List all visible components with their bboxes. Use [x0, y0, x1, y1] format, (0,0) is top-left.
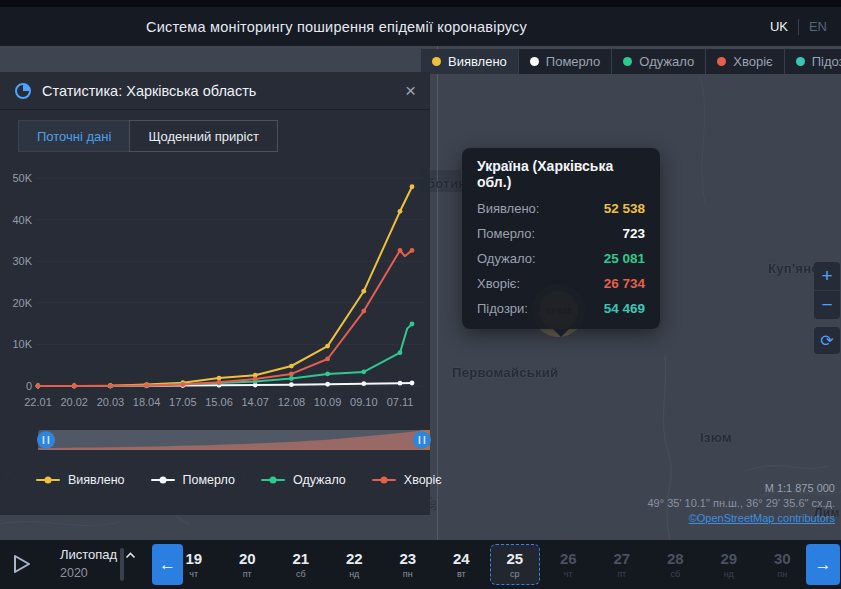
- day-weekday: вт: [457, 569, 466, 579]
- category-chip-label: Одужало: [639, 54, 694, 69]
- chart-legend-item-Померло[interactable]: Померло: [151, 473, 235, 487]
- chart-legend-item-Одужало[interactable]: Одужало: [261, 473, 346, 487]
- timeline-day-20[interactable]: 20пт: [221, 540, 275, 589]
- day-cell: 29нд: [720, 546, 737, 584]
- chart-legend-item-Виявлено[interactable]: Виявлено: [36, 473, 125, 487]
- day-weekday: сб: [670, 569, 680, 579]
- map-coordinates: 49° 35' 10.1" пн.ш., 36° 29' 35.6" сх.д.: [647, 496, 835, 511]
- day-number: 24: [453, 550, 470, 567]
- timeline-day-24[interactable]: 24вт: [435, 540, 489, 589]
- day-cell: 19чт: [185, 546, 202, 584]
- timeline-bar: Листопад 2020 ← 19чт20пт21сб22нд23пн24вт…: [0, 540, 841, 589]
- series-dot-icon: [45, 477, 52, 484]
- zoom-out-button[interactable]: −: [814, 291, 840, 319]
- svg-text:20K: 20K: [12, 297, 32, 309]
- day-cell: 27пт: [613, 546, 630, 584]
- tooltip-row-label: Підозри:: [477, 301, 528, 316]
- day-number: 27: [613, 550, 630, 567]
- close-icon[interactable]: ×: [405, 81, 416, 100]
- language-switch: UK EN: [770, 19, 827, 35]
- map-refresh-button[interactable]: ⟳: [814, 327, 840, 354]
- day-cell: 22нд: [346, 546, 363, 584]
- panel-tabs: Поточні дані Щоденний приріст: [18, 120, 430, 152]
- day-cell: 28сб: [667, 546, 684, 584]
- day-number: 23: [399, 550, 416, 567]
- series-dot-icon: [269, 477, 276, 484]
- day-cell: 24вт: [453, 546, 470, 584]
- osm-attribution-link[interactable]: ©OpenStreetMap contributors: [689, 512, 835, 524]
- day-weekday: сб: [296, 569, 306, 579]
- lang-uk-button[interactable]: UK: [770, 19, 788, 34]
- tooltip-row: Померло:723: [477, 221, 645, 246]
- svg-text:09.10: 09.10: [350, 396, 378, 408]
- tooltip-row-label: Хворіє:: [477, 276, 520, 291]
- category-chip-label: Підозри: [812, 54, 841, 69]
- category-chip-Підозри[interactable]: Підозри: [784, 49, 841, 74]
- category-chip-Одужало[interactable]: Одужало: [611, 49, 705, 74]
- timeline-day-19[interactable]: 19чт: [167, 540, 221, 589]
- tooltip-row-value: 723: [622, 226, 645, 241]
- play-button[interactable]: [8, 551, 34, 577]
- svg-text:50K: 50K: [12, 172, 32, 184]
- category-chip-Виявлено[interactable]: Виявлено: [421, 49, 518, 74]
- day-number: 19: [185, 550, 202, 567]
- svg-text:30K: 30K: [12, 255, 32, 267]
- timeline-day-25[interactable]: 25ср: [488, 540, 542, 589]
- tab-current-data[interactable]: Поточні дані: [18, 120, 129, 152]
- series-marker-icon: [261, 479, 285, 481]
- day-number: 26: [560, 550, 577, 567]
- category-dot-icon: [530, 57, 539, 66]
- category-chip-Хворіє[interactable]: Хворіє: [705, 49, 783, 74]
- lang-en-button[interactable]: EN: [809, 19, 827, 34]
- category-chip-Померло[interactable]: Померло: [518, 49, 612, 74]
- day-cell: 20пт: [239, 546, 256, 584]
- svg-text:20.03: 20.03: [97, 396, 125, 408]
- svg-text:17.05: 17.05: [169, 396, 197, 408]
- tab-daily-increase[interactable]: Щоденний приріст: [129, 120, 278, 152]
- next-day-button[interactable]: →: [806, 544, 840, 585]
- day-weekday: пн: [777, 569, 787, 579]
- series-marker-icon: [372, 479, 396, 481]
- chart-legend: ВиявленоПомерлоОдужалоХворіє: [36, 473, 442, 487]
- city-label: Ізюм: [700, 430, 732, 445]
- month-selector[interactable]: Листопад 2020: [60, 546, 136, 582]
- tooltip-rows: Виявлено:52 538Померло:723Одужало:25 081…: [477, 196, 645, 321]
- timeline-day-27[interactable]: 27пт: [595, 540, 649, 589]
- day-weekday: пт: [617, 569, 626, 579]
- header-bar: Система моніторингу поширення епідемії к…: [0, 0, 841, 46]
- day-weekday: пт: [243, 569, 252, 579]
- svg-text:07.11: 07.11: [387, 396, 414, 408]
- category-legend-bar: ВиявленоПомерлоОдужалоХворієПідозри: [421, 49, 841, 74]
- lang-divider: [798, 19, 799, 35]
- timeline-day-28[interactable]: 28сб: [649, 540, 703, 589]
- timeline-day-30[interactable]: 30пн: [756, 540, 810, 589]
- timeline-day-23[interactable]: 23пн: [381, 540, 435, 589]
- tooltip-row-label: Померло:: [477, 226, 535, 241]
- svg-text:0: 0: [26, 380, 32, 392]
- time-range-slider[interactable]: [36, 428, 432, 452]
- timeline-day-29[interactable]: 29нд: [702, 540, 756, 589]
- statistics-panel: Статистика: Харківська область × Поточні…: [0, 72, 430, 515]
- category-chip-label: Хворіє: [733, 54, 772, 69]
- day-number: 20: [239, 550, 256, 567]
- day-weekday: чт: [189, 569, 198, 579]
- tooltip-row: Виявлено:52 538: [477, 196, 645, 221]
- slider-handle-left[interactable]: [37, 431, 55, 449]
- slider-handle-right[interactable]: [413, 431, 431, 449]
- tooltip-row-label: Виявлено:: [477, 201, 539, 216]
- series-marker-icon: [151, 479, 175, 481]
- day-cell: 30пн: [774, 546, 791, 584]
- timeline-day-26[interactable]: 26чт: [542, 540, 596, 589]
- chart-legend-label: Виявлено: [68, 473, 125, 487]
- pie-chart-icon: [14, 82, 32, 100]
- svg-text:10.09: 10.09: [314, 396, 342, 408]
- chart-legend-label: Померло: [183, 473, 235, 487]
- timeline-day-21[interactable]: 21сб: [274, 540, 328, 589]
- app-window: 36° ботинПервомайськийКуп'янсІзюмЛим М 1…: [0, 0, 841, 589]
- zoom-in-button[interactable]: +: [814, 262, 840, 290]
- timeline-day-22[interactable]: 22нд: [328, 540, 382, 589]
- panel-header: Статистика: Харківська область ×: [0, 72, 430, 110]
- category-chip-label: Виявлено: [448, 54, 507, 69]
- stats-chart: 010K20K30K40K50K22.0120.0220.0318.0417.0…: [0, 168, 430, 418]
- chart-legend-item-Хворіє[interactable]: Хворіє: [372, 473, 442, 487]
